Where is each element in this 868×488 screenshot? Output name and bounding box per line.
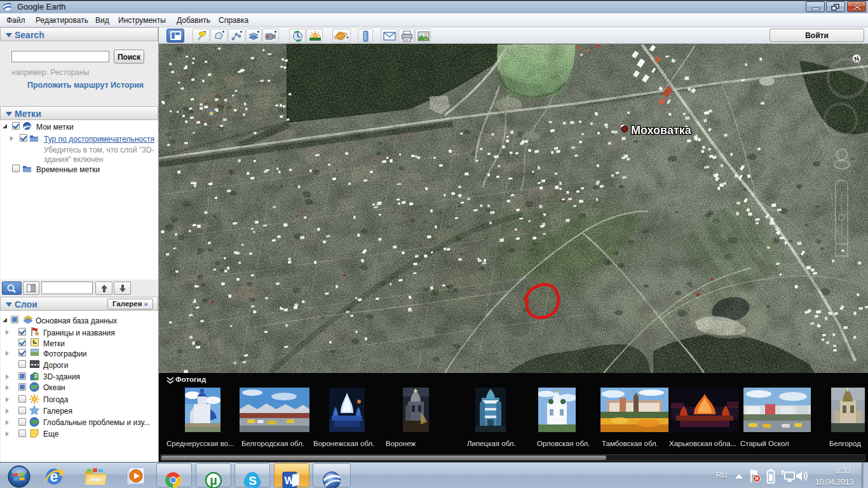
svg-text:µ: µ (210, 473, 217, 487)
svg-text:S: S (248, 474, 257, 487)
svg-text:W: W (284, 475, 294, 486)
svg-text:Моховатка: Моховатка (631, 124, 692, 137)
